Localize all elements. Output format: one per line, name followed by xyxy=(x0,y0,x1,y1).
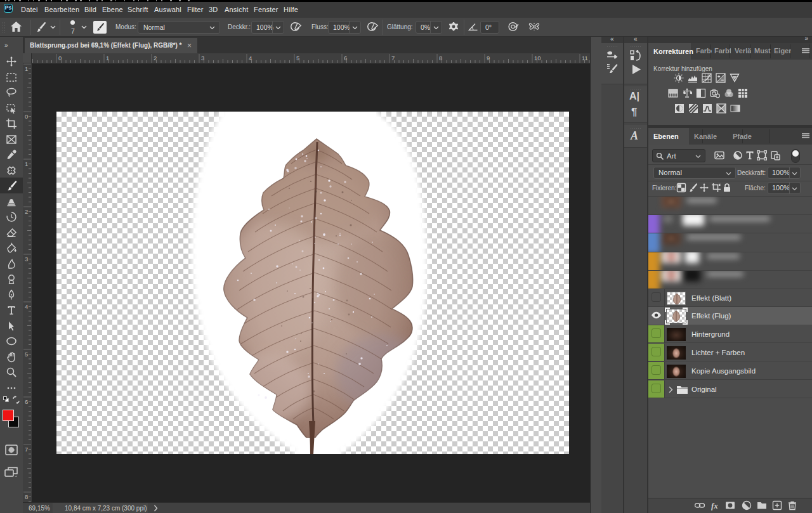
svg-text:6: 6 xyxy=(25,398,28,405)
svg-text:3: 3 xyxy=(25,256,28,263)
svg-text:4: 4 xyxy=(25,303,28,310)
svg-text:7: 7 xyxy=(25,446,28,453)
svg-text:0: 0 xyxy=(25,113,28,120)
svg-text:10: 10 xyxy=(534,55,541,62)
svg-text:2: 2 xyxy=(25,208,28,215)
svg-text:1: 1 xyxy=(25,160,28,167)
svg-text:fx: fx xyxy=(711,501,718,510)
svg-text:5: 5 xyxy=(25,351,28,358)
svg-text:8: 8 xyxy=(25,493,28,500)
svg-text:1: 1 xyxy=(25,65,28,72)
